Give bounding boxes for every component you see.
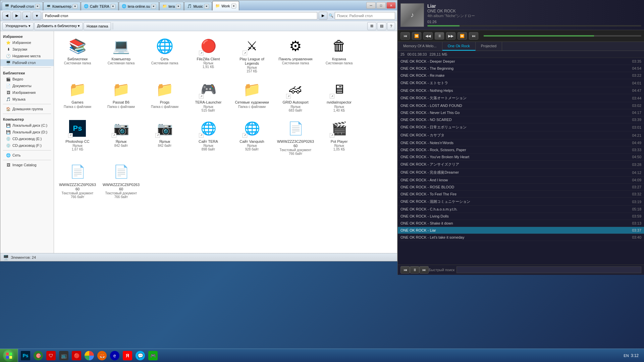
playlist-item-ansaikuzu[interactable]: ONE OK ROCK - アンサイズクリア 03:28: [398, 161, 644, 169]
sidebar-item-favorites[interactable]: ⭐ Избранное: [0, 39, 54, 46]
tab-tera[interactable]: 📁 tera ✕: [159, 2, 184, 10]
search-input[interactable]: [335, 12, 395, 19]
playlist-item-remake[interactable]: ONE OK ROCK - Re:make 03:22: [398, 72, 644, 79]
file-item-control-panel[interactable]: ⚙ Панель управления Системная папка: [275, 35, 316, 74]
playlist-item-living-dolls[interactable]: ONE OK ROCK - Living Dolls 03:59: [398, 213, 644, 220]
recent-button[interactable]: ▼: [33, 12, 41, 20]
music-search-input[interactable]: [457, 266, 641, 273]
sidebar-item-drive-f[interactable]: 💿 CD-дисковод (F:): [0, 142, 54, 149]
playlist-next-ctrl[interactable]: ⏭: [419, 266, 429, 274]
playlist-item-nichievo[interactable]: ONE OK ROCK - 日常エボリューション 03:01: [398, 123, 644, 131]
sidebar-item-downloads[interactable]: ⬇ Загрузки: [0, 46, 54, 53]
tab-close-site-tera[interactable]: ✕: [111, 4, 115, 9]
address-input[interactable]: [43, 12, 317, 19]
sidebar-item-drive-c[interactable]: 💾 Локальный диск (C:): [0, 122, 54, 129]
playlist-item-never-let-this-go[interactable]: ONE OK ROCK - Never Let This Go 04:17: [398, 109, 644, 116]
tab-work[interactable]: 📁 Work ✕: [212, 1, 239, 10]
file-item-computer[interactable]: 💻 Компьютер Системная папка: [101, 35, 141, 74]
file-item-wwwzzz-1[interactable]: 📄 WWWZZZ3CZ6P026360 Текстовый документ76…: [275, 117, 316, 157]
sidebar-item-network[interactable]: 🌐 Сеть: [0, 152, 54, 159]
new-folder-button[interactable]: Новая папка: [84, 22, 111, 30]
playlist-item-shake-it-down[interactable]: ONE OK ROCK - Shake it down 03:13: [398, 220, 644, 227]
playlist-item-nothing-helps[interactable]: ONE OK ROCK - Nothing Helps 04:47: [398, 87, 644, 94]
sidebar-item-music[interactable]: 🎵 Музыка: [0, 96, 54, 103]
up-button[interactable]: ▲: [22, 12, 31, 20]
playlist-item-notes-words[interactable]: ONE OK ROCK - Notes'n'Words 04:49: [398, 139, 644, 146]
playlist-item-the-beginning[interactable]: ONE OK ROCK - The Beginning 04:54: [398, 65, 644, 72]
prev-prev-button[interactable]: ⏮: [400, 32, 410, 40]
minimize-button[interactable]: ─: [366, 2, 376, 9]
tab-close-music[interactable]: ✕: [204, 4, 209, 9]
taskbar-icon-2[interactable]: 🎯: [32, 350, 44, 362]
tab-desktop[interactable]: 🖥️ Рабочий стол ✕: [2, 2, 43, 10]
playlist-item-deeper-deeper[interactable]: ONE OK ROCK - Deeper Deeper 03:35: [398, 58, 644, 65]
playlist-item-lets-take-it[interactable]: ONE OK ROCK - Let's take it someday 03:4…: [398, 234, 644, 241]
help-button[interactable]: ?: [387, 22, 395, 30]
rewind-button[interactable]: ◀◀: [423, 32, 433, 40]
file-item-shortcut-cam2[interactable]: 📷 ↗ Ярлык 842 байт: [145, 117, 185, 157]
tab-music[interactable]: 🎵 Music ✕: [184, 2, 212, 10]
file-item-site-vanquish[interactable]: 🌐 ↗ Сайт Vanquish Ярлык928 байт: [232, 117, 272, 157]
taskbar-chrome[interactable]: [83, 350, 95, 362]
start-button[interactable]: [0, 349, 18, 362]
taskbar-icon-3[interactable]: 🛡: [45, 350, 57, 362]
maximize-button[interactable]: □: [376, 2, 386, 9]
file-item-site-tera[interactable]: 🌐 ↗ Сайт TERA Ярлык898 байт: [188, 117, 228, 157]
forward-button-music[interactable]: ▶▶: [446, 32, 455, 40]
taskbar-game[interactable]: 🎮: [147, 350, 159, 362]
sidebar-item-homegroup[interactable]: 🏠 Домашняя группа: [0, 106, 54, 112]
organize-button[interactable]: Упорядочить ▾: [2, 22, 34, 30]
back-button[interactable]: ◀: [2, 12, 11, 20]
file-item-wwwzzz-2[interactable]: 📄 WWWZZZ3CZ6P026360 Текстовый документ76…: [57, 160, 98, 200]
add-to-library-button[interactable]: Добавить в библиотеку ▾: [34, 22, 83, 30]
sidebar-item-video[interactable]: 🎬 Видео: [0, 76, 54, 82]
playlist-item-no-scared[interactable]: ONE OK ROCK - NO SCARED 03:39: [398, 116, 644, 123]
taskbar-filezilla[interactable]: 🔴: [70, 350, 83, 362]
tab-close-work[interactable]: ✕: [231, 4, 236, 8]
file-item-trash[interactable]: 🗑 Корзина Системная папка: [319, 35, 359, 74]
sidebar-item-images[interactable]: 🖼 Изображения: [0, 89, 54, 96]
file-item-grid-autosport[interactable]: 🏎 ↗ GRID Autosport Ярлык683 байт: [275, 78, 316, 113]
taskbar-firefox[interactable]: 🦊: [96, 350, 108, 362]
playlist-tab-memory[interactable]: Memory Of A Melo...: [398, 42, 442, 51]
playlist-item-rock-scissors[interactable]: ONE OK ROCK - Rock, Scissors, Paper 03:3…: [398, 146, 644, 154]
go-button[interactable]: ▶: [319, 12, 327, 20]
tab-close-tera-online[interactable]: ✕: [151, 4, 156, 9]
playlist-item-broken-heart[interactable]: ONE OK ROCK - You've Broken My Heart 04:…: [398, 154, 644, 161]
file-item-league[interactable]: ⚔ ↗ Play League of Legends Ярлык157 КБ: [232, 35, 272, 74]
sidebar-item-drive-e[interactable]: 💿 CD-дисковод (E:): [0, 135, 54, 142]
file-item-pot-player[interactable]: 🎬 ↗ Pot Player Ярлык1,05 КБ: [319, 117, 359, 157]
playlist-item-kasabuta[interactable]: ONE OK ROCK - カサブタ 04:21: [398, 131, 644, 139]
volume-bar[interactable]: [484, 35, 641, 37]
taskbar-skype[interactable]: 💬: [134, 350, 146, 362]
file-item-network-artists[interactable]: 📁 Сетевые художники Папка с файлами: [232, 78, 272, 113]
file-item-shortcut-cam1[interactable]: 📷 ↗ Ярлык 842 байт: [101, 117, 141, 157]
file-item-network[interactable]: 🌐 Сеть Системная папка: [145, 35, 185, 74]
tab-close-tera[interactable]: ✕: [176, 4, 181, 9]
next-next-button[interactable]: ⏭: [469, 32, 478, 40]
playlist-item-chaos[interactable]: ONE OK ROCK - C.h.a.o.s.m.y.t.h. 05:18: [398, 206, 644, 213]
file-item-tera-launcher[interactable]: 🎮 ↗ TERA-Launcher Ярлык515 байт: [188, 78, 228, 113]
playlist-item-konzatsu[interactable]: ONE OK ROCK - 混雑コミュニケーション 03:19: [398, 198, 644, 206]
playlist-item-lost-and-found[interactable]: ONE OK ROCK - LOST AND FOUND 03:02: [398, 102, 644, 109]
taskbar-ie[interactable]: e: [109, 350, 121, 362]
playlist-item-liar[interactable]: ONE OK ROCK - Liar 03:37: [398, 227, 644, 234]
playlist-item-rose-blood[interactable]: ONE OK ROCK - ROSE BLOOD 03:27: [398, 184, 644, 191]
playlist-pause-ctrl[interactable]: ⏸: [410, 266, 419, 274]
tab-close-computer[interactable]: ✕: [73, 4, 77, 9]
prev-button[interactable]: ⏪: [412, 32, 421, 40]
close-button[interactable]: ✕: [386, 2, 396, 9]
file-item-nvidia[interactable]: 🖥 ↗ nvidiaInspector Ярлык1,40 КБ: [319, 78, 359, 113]
file-item-libraries[interactable]: 📚 Библиотеки Системная папка: [57, 35, 98, 74]
file-item-passat[interactable]: 📁 Passat B6 Папка с файлами: [101, 78, 141, 113]
sidebar-item-drive-d[interactable]: 💾 Локальный диск (D:): [0, 129, 54, 135]
progress-bar[interactable]: [427, 25, 641, 26]
playlist-item-and-i-know[interactable]: ONE OK ROCK - And I know 04:09: [398, 177, 644, 184]
tab-tera-online[interactable]: 🌐 tera-online.su ✕: [119, 2, 159, 10]
sidebar-item-recent[interactable]: 🕐 Недавние места: [0, 53, 54, 59]
tab-site-tera[interactable]: 🌐 Сайт TERA ✕: [81, 2, 118, 10]
playlist-tab-projected[interactable]: Projected: [476, 42, 502, 51]
playlist-prev-ctrl[interactable]: ⏮: [400, 266, 410, 274]
taskbar-icon-4[interactable]: 📺: [58, 350, 70, 362]
taskbar-yandex[interactable]: Я: [121, 350, 133, 362]
